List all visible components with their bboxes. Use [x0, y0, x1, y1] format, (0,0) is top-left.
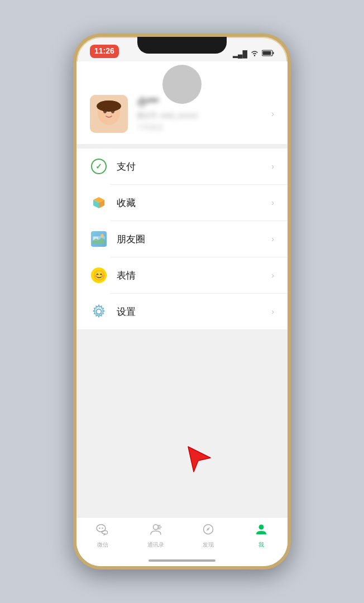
chevron-favorites-icon: › [271, 198, 274, 207]
svg-point-14 [100, 234, 104, 237]
wifi-icon [250, 50, 259, 58]
chevron-moments-icon: › [271, 234, 274, 243]
wechat-tab-icon [96, 523, 109, 539]
svg-point-0 [254, 55, 255, 56]
chevron-settings-icon: › [271, 307, 274, 316]
volume-down-button [73, 179, 75, 213]
power-button [289, 126, 291, 165]
menu-item-emoji[interactable]: 😊 表情 › [76, 257, 288, 293]
content-wrapper: 小*** 微信号: wxid_xxxxxx 个性签名 › 支付 › [76, 61, 288, 517]
menu-item-payment[interactable]: 支付 › [76, 149, 288, 184]
menu-label-payment: 支付 [117, 160, 271, 173]
home-indicator [149, 559, 215, 562]
svg-point-25 [258, 525, 264, 530]
discover-tab-icon [202, 523, 215, 539]
screen: 小*** 微信号: wxid_xxxxxx 个性签名 › 支付 › [76, 61, 288, 566]
profile-info: 小*** 微信号: wxid_xxxxxx 个性签名 [137, 95, 262, 132]
menu-item-settings[interactable]: 设置 › [76, 294, 288, 329]
status-icons: ▂▄█ [233, 50, 274, 58]
settings-icon-container [90, 303, 108, 320]
svg-point-18 [99, 528, 100, 529]
tab-wechat[interactable]: 微信 [76, 523, 130, 549]
tab-bar: 微信 通讯录 [76, 517, 288, 566]
menu-item-favorites[interactable]: 收藏 › [76, 185, 288, 221]
payment-icon [90, 157, 108, 175]
tab-label-discover: 发现 [203, 541, 214, 549]
notch [137, 37, 227, 54]
signal-icon: ▂▄█ [233, 50, 247, 58]
chevron-payment-icon: › [271, 162, 274, 171]
profile-id: 微信号: wxid_xxxxxx [137, 111, 262, 121]
profile-name: 小*** [137, 95, 262, 109]
volume-up-button [73, 137, 75, 171]
tab-label-contacts: 通讯录 [147, 541, 164, 549]
favorites-icon [90, 194, 108, 212]
contacts-tab-icon [149, 523, 162, 539]
menu-section: 支付 › 收藏 › [76, 149, 288, 329]
moments-icon [90, 230, 108, 248]
me-tab-icon [255, 523, 268, 539]
svg-point-19 [102, 528, 103, 529]
svg-rect-3 [263, 51, 271, 55]
svg-point-20 [153, 525, 158, 530]
section-divider-1 [76, 144, 288, 149]
tab-me[interactable]: 我 [235, 523, 288, 549]
tab-label-wechat: 微信 [97, 541, 108, 549]
gear-icon [91, 304, 107, 319]
menu-label-settings: 设置 [117, 305, 271, 318]
tab-contacts[interactable]: 通讯录 [130, 523, 183, 549]
tab-label-me: 我 [258, 541, 264, 549]
tab-discover[interactable]: 发现 [182, 523, 235, 549]
chevron-emoji-icon: › [271, 271, 274, 280]
profile-chevron-icon: › [271, 109, 274, 119]
avatar[interactable] [90, 95, 128, 133]
phone-frame: 11:26 ▂▄█ [73, 34, 291, 570]
mute-button [73, 109, 75, 129]
svg-point-15 [97, 309, 102, 314]
battery-icon [262, 50, 274, 58]
status-time: 11:26 [90, 45, 119, 58]
profile-signature: 个性签名 [137, 123, 262, 132]
svg-marker-16 [188, 447, 210, 472]
menu-label-moments: 朋友圈 [117, 233, 271, 246]
empty-content-area [76, 329, 288, 517]
svg-rect-2 [273, 52, 274, 54]
emoji-icon: 😊 [90, 266, 108, 284]
camera-bubble [162, 65, 202, 104]
menu-item-moments[interactable]: 朋友圈 › [76, 221, 288, 257]
menu-label-favorites: 收藏 [117, 197, 271, 209]
menu-label-emoji: 表情 [117, 269, 271, 282]
